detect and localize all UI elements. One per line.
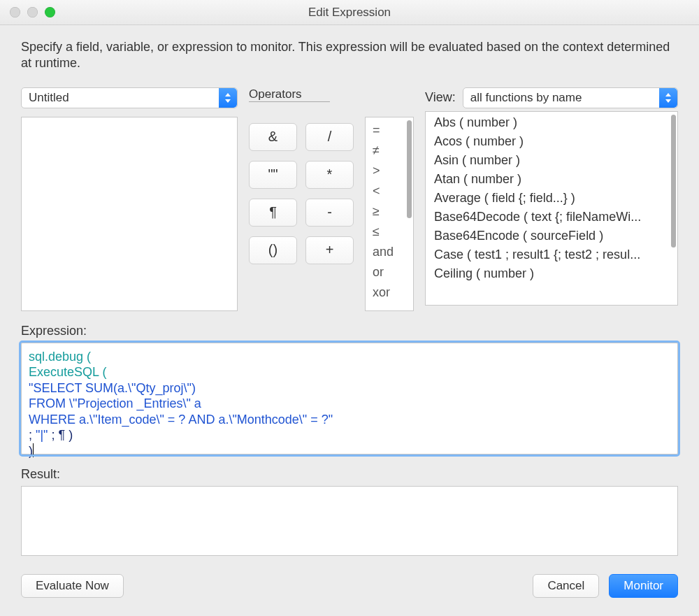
function-item[interactable]: Average ( field {; field...} ) [426,189,677,208]
expression-textarea[interactable]: sql.debug ( ExecuteSQL ( "SELECT SUM(a.\… [21,343,678,454]
comparator-item[interactable]: or [366,262,413,282]
monitor-button[interactable]: Monitor [609,574,678,598]
function-item[interactable]: Acos ( number ) [426,132,677,151]
function-item[interactable]: Case ( test1 ; result1 {; test2 ; resul.… [426,245,677,264]
result-textarea [21,486,678,556]
intro-text: Specify a field, variable, or expression… [21,39,678,72]
result-label: Result: [21,467,678,482]
comparator-item[interactable]: = [366,120,413,141]
comparator-item[interactable]: < [366,181,413,201]
dropdown-arrows-icon [219,88,237,108]
view-select[interactable]: all functions by name [463,87,678,108]
scrollbar-thumb[interactable] [407,120,412,218]
comparator-item[interactable]: and [366,242,413,262]
operator-button[interactable]: + [305,236,354,264]
comparator-list[interactable]: =≠><≥≤andorxor [365,117,414,311]
view-select-value: all functions by name [470,91,582,105]
function-item[interactable]: Base64Encode ( sourceField ) [426,227,677,245]
operator-button[interactable]: & [249,123,297,151]
operator-button[interactable]: * [305,161,354,189]
dropdown-arrows-icon [659,88,677,108]
function-item[interactable]: Atan ( number ) [426,170,677,189]
comparator-item[interactable]: ≠ [366,141,413,161]
operator-button[interactable]: - [305,199,354,227]
expression-label: Expression: [21,324,678,338]
function-list[interactable]: Abs ( number )Acos ( number )Asin ( numb… [425,111,678,306]
operator-grid: &/""*¶-()+ [249,123,354,264]
field-list-box[interactable] [21,117,238,311]
operators-label: Operators [249,87,330,102]
function-item[interactable]: Abs ( number ) [426,113,677,132]
comparator-item[interactable]: xor [366,282,413,303]
text-cursor [33,443,34,457]
scrollbar-thumb[interactable] [671,115,676,248]
operator-button[interactable]: "" [249,161,297,189]
comparator-item[interactable]: ≥ [366,201,413,222]
comparator-item[interactable]: ≤ [366,222,413,242]
function-item[interactable]: Ceiling ( number ) [426,264,677,283]
operator-button[interactable]: () [249,236,297,264]
evaluate-now-button[interactable]: Evaluate Now [21,574,124,598]
window-title: Edit Expression [0,6,699,20]
function-item[interactable]: Base64Decode ( text {; fileNameWi... [426,208,677,227]
operator-button[interactable]: ¶ [249,199,297,227]
comparator-item[interactable]: > [366,161,413,181]
function-item[interactable]: Asin ( number ) [426,151,677,170]
view-label: View: [425,90,456,105]
titlebar: Edit Expression [0,0,699,25]
cancel-button[interactable]: Cancel [533,574,599,598]
operator-button[interactable]: / [305,123,354,151]
source-select-value: Untitled [29,91,69,105]
source-select[interactable]: Untitled [21,87,238,108]
